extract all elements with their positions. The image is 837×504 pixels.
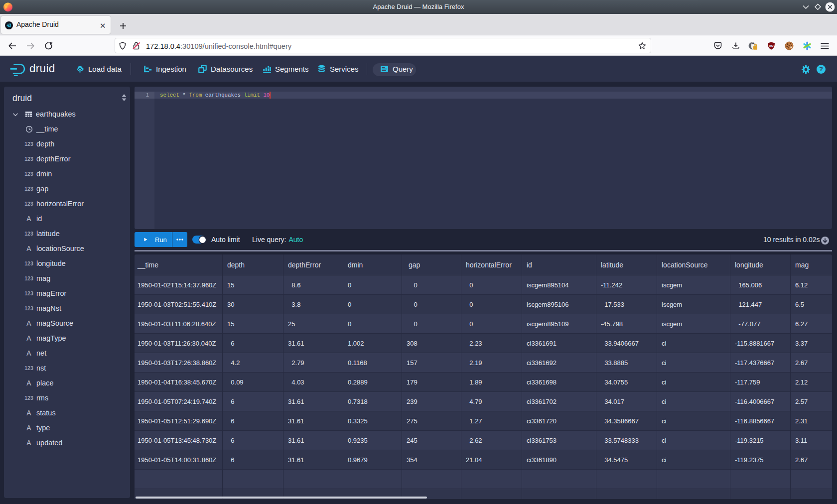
svg-text:?: ?	[819, 66, 823, 73]
svg-text:UO: UO	[769, 44, 773, 47]
